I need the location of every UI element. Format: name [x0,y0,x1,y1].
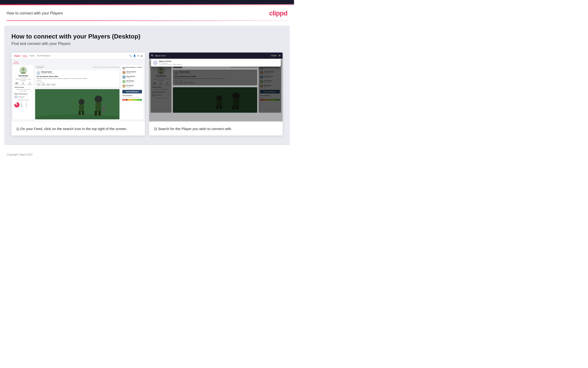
mock-following-btn[interactable]: Following ▾ [35,66,45,68]
search-result-item-marcus[interactable]: Marcus Turner 1-5 Handicap Cypress Point… [153,60,279,65]
mock-app-1: clippd Home Teams My Performance 🔍 👤 ⚙ ◉… [11,53,145,121]
svg-point-1 [21,72,26,74]
svg-rect-7 [98,111,101,116]
mock-activity-header: Richard Butler Yesterday · The Grove [36,71,118,75]
mock-profile-name: Blair McHarg [14,75,32,77]
svg-rect-10 [79,111,81,115]
people-icon[interactable]: 👤 [133,55,136,57]
mock-activities-label: Activities [14,84,19,85]
mock-player-info-eli: Eli Vincent Activities: 1 [126,85,142,87]
svg-point-4 [95,96,102,103]
mock-right-col-1: Most Active Players - Last 30 days Richa… [121,65,143,119]
mock-avatar-piers [122,75,126,79]
mock-app-body-1: Blair McHarg Golf Coach Mill Ride Golf C… [11,64,145,121]
mock-activity-title: Pre Tournament Course Walk [36,76,118,77]
caption-1-text: 1) On your Feed, click on the search ico… [16,126,140,132]
mock-player-name-1: Eli Vincent [18,96,25,98]
avatar-icon[interactable]: ◉ [140,55,142,57]
mock-logo: clippd [14,55,20,57]
mock-golf-image [35,89,119,119]
svg-point-8 [79,99,85,105]
header-divider [7,20,287,21]
mock-avatar-hiral [122,80,126,83]
mock-mid-col-1: Following ▾ Control who can see your act… [35,65,119,119]
mock-bar-ott: OTT 79 [20,103,27,104]
mock-profile-title: Golf Coach [14,77,32,78]
mock-nav-teams[interactable]: Teams [30,55,35,57]
main-subheading: Find and connect with your Players [11,42,283,46]
mock-quality-bars: OTT 79 APP 70 ARG [20,102,27,107]
mock-heatmap-bar [122,99,142,101]
mock-stats-row: 129 Activities 3 Followers 4 Following [14,82,32,85]
svg-rect-11 [82,111,84,115]
page-header: How to connect with your Players clippd [0,5,294,20]
mock-activities-val: 129 [14,82,19,84]
mock-player-list-acts-piers: Activities: 4 [126,77,142,78]
caption-2-text: 2) Search for the Player you wish to con… [154,126,278,132]
mock-player-avatar-1 [14,95,18,99]
clear-button[interactable]: CLEAR [271,55,277,56]
logo: clippd [269,9,287,17]
mock-following-val: 4 [27,82,32,84]
main-heading: How to connect with your Players (Deskto… [11,33,283,40]
search-result-name: Marcus Turner [159,60,182,62]
mock-followers-label: Followers [21,84,26,85]
search-overlay [149,59,283,121]
page-title: How to connect with your Players [7,11,63,15]
caption-1-area: 1) On your Feed, click on the search ico… [11,121,145,136]
mock-left-col-1: Blair McHarg Golf Coach Mill Ride Golf C… [13,65,34,119]
mock-bar-app: APP 70 [20,104,27,106]
mock-player-list-acts-eli: Activities: 1 [126,86,142,87]
mock-followers-val: 3 [21,82,26,84]
mock-player-row-1: Eli Vincent ▾ [14,95,32,99]
mock-tag-ott[interactable]: OTT [36,83,41,86]
mock-player-list-acts-richard: Activities: 7 [126,73,142,74]
mock-tag-arg[interactable]: ARG [46,83,51,86]
mock-feed-tab[interactable]: Feed [13,60,19,64]
search-input-overlay[interactable]: Marcus Turner [155,55,269,56]
mock-nav-icons: 🔍 👤 ⚙ ◉ [129,55,142,57]
screenshot-2-panel: clippd Home Teams My Performance 🔍 👤 ⚙ ◉… [149,53,283,136]
top-bar [0,0,294,4]
mock-following-label: Following [27,84,32,85]
mock-dropdown-arrow[interactable]: ▾ [32,96,32,98]
mock-player-list-hiral: Hiral Pujara Activities: 3 [122,79,142,84]
search-bar-overlay: 🔍 Marcus Turner CLEAR ✕ [149,53,283,59]
mock-player-list-eli: Eli Vincent Activities: 1 [122,84,142,88]
mock-duration: Duration [36,80,118,81]
mock-nav-home[interactable]: Home [23,55,27,57]
search-icon[interactable]: 🔍 [129,55,132,57]
mock-activity-person-sub: Yesterday · The Grove [41,73,54,74]
footer-text: Copyright Clippd 2022 [7,153,33,156]
mock-quality-label: Total Player Quality [14,99,32,101]
mock-quality-circle: 84 [14,102,19,107]
search-icon-overlay[interactable]: 🔍 [151,55,154,57]
mock-profile-img [19,66,27,74]
mock-player-list-richard: Richard Butler Activities: 7 [122,70,142,75]
search-result-dropdown: Marcus Turner 1-5 Handicap Cypress Point… [151,59,281,66]
mock-tag-putt[interactable]: PUTT [51,83,56,86]
screenshot-1-panel: clippd Home Teams My Performance 🔍 👤 ⚙ ◉… [11,53,145,136]
close-button[interactable]: ✕ [279,54,281,57]
mock-heatmap-title: Team Heatmap [122,95,142,96]
mock-following-bar: Following ▾ Control who can see your act… [35,65,119,69]
mock-tag-app[interactable]: APP [41,83,46,86]
mock-heatmap-labels: -5 +5 [122,101,142,102]
search-result-info: Marcus Turner 1-5 Handicap Cypress Point… [159,60,182,65]
mock-app-2: clippd Home Teams My Performance 🔍 👤 ⚙ ◉… [149,53,283,121]
screenshots-row: clippd Home Teams My Performance 🔍 👤 ⚙ ◉… [11,53,283,136]
mock-player-list-acts-hiral: Activities: 3 [126,82,142,83]
mock-nav-myperformance[interactable]: My Performance [37,55,50,57]
main-content: How to connect with your Players (Deskto… [4,26,290,145]
mock-player-perf-title: Player Performance [14,93,32,95]
mock-avatar-eli [122,84,126,88]
mock-heatmap-sub: Player Quality · 20 Round Trend [122,97,142,98]
settings-icon[interactable]: ⚙ [137,55,139,57]
mock-team-dashboard-btn[interactable]: Team Dashboard [122,90,142,93]
mock-nav-1: clippd Home Teams My Performance 🔍 👤 ⚙ ◉ [11,53,145,59]
mock-activity-date: 27 Jul 2022 [14,91,32,92]
mock-duration-value: 02 hr : 00 min [36,82,118,83]
mock-player-list-piers: Piers Parnell Activities: 4 [122,75,142,79]
mock-profile-club: Mill Ride Golf Club, United Kingdom [14,78,32,81]
mock-active-title: Most Active Players - Last 30 days [122,66,142,69]
